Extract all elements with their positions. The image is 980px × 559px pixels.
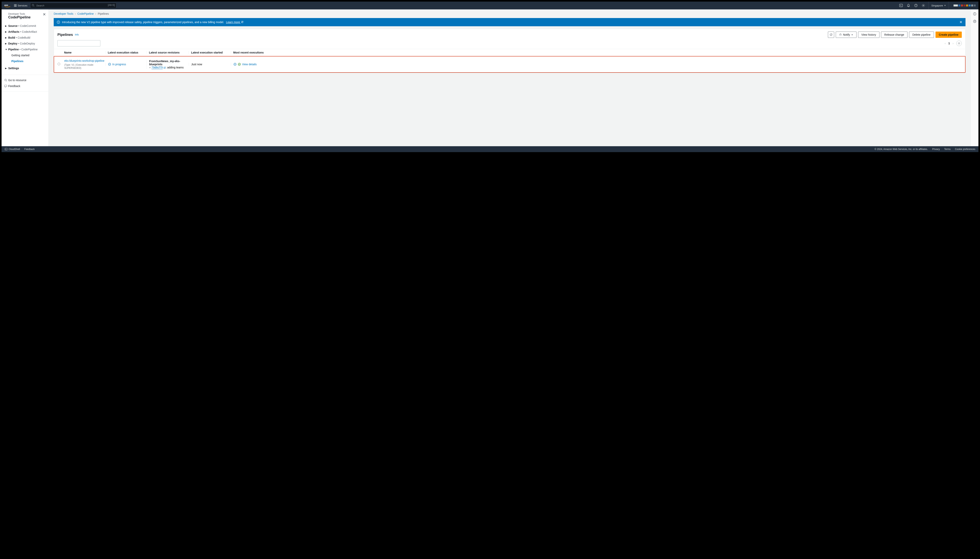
refresh-panel-icon[interactable] [973,20,977,23]
services-menu[interactable]: Services [14,4,27,7]
col-header-source[interactable]: Latest source revisions [146,51,188,54]
banner-learn-more-link[interactable]: Learn more [226,21,243,24]
svg-point-6 [923,5,924,6]
panel-header: Pipelines Info Notify ▼ View history Rel… [54,29,965,40]
source-revision: FromSunNews_my-eks-blueprints – 79d6cf79… [147,60,189,69]
sidebar-title: CodePipeline [8,15,45,20]
view-history-button[interactable]: View history [858,31,879,38]
svg-point-15 [959,43,959,44]
breadcrumb-link[interactable]: CodePipeline [78,12,94,15]
svg-line-8 [6,81,7,81]
help-panel-icon[interactable] [973,12,977,16]
page-number: 1 [949,42,950,45]
grid-icon [14,4,17,7]
prev-page-button[interactable]: ‹ [945,42,946,45]
notify-button[interactable]: Notify ▼ [836,31,856,38]
sidebar-item-settings[interactable]: ▶ Settings [2,65,48,71]
sidebar: Developer Tools CodePipeline ▶ Source • … [2,10,49,146]
banner-close-button[interactable]: ✕ [959,20,962,24]
svg-point-22 [975,13,975,13]
pagination: ‹ 1 › [945,42,954,45]
svg-rect-23 [975,14,975,15]
bell-icon [839,33,842,36]
commit-link[interactable]: 79d6cf79 [152,66,163,69]
info-banner: Introducing the new V2 pipeline type wit… [54,18,965,26]
row-select-radio[interactable] [58,63,60,65]
caret-right-icon: ▶ [5,42,7,45]
sidebar-item-source[interactable]: ▶ Source • CodeCommit [2,23,48,29]
refresh-button[interactable] [828,31,834,38]
svg-point-24 [973,20,976,23]
next-page-button[interactable]: › [953,42,954,45]
svg-line-2 [33,6,34,7]
release-change-button[interactable]: Release change [881,31,907,38]
right-rail [970,10,978,146]
sidebar-sub-getting-started[interactable]: Getting started [2,52,48,58]
status-badge: In progress [108,63,147,66]
privacy-link[interactable]: Privacy [932,148,940,150]
in-progress-icon [108,63,111,66]
notifications-icon[interactable] [906,4,911,7]
settings-icon[interactable] [921,4,926,7]
svg-rect-9 [5,85,7,87]
table-row: eks-blueprints-workshop-pipeline (Type: … [54,56,965,72]
search-icon [4,79,7,81]
external-link-icon [164,67,165,69]
close-sidebar-button[interactable] [43,13,46,16]
chevron-down-icon: ▼ [944,5,946,7]
region-label: Singapore [931,4,943,7]
pipeline-meta: (Type: V1 | Execution mode: SUPERSEDED) [64,63,94,69]
sidebar-item-pipeline[interactable]: ▼ Pipeline • CodePipeline [2,46,48,52]
chevron-right-icon: › [75,12,76,15]
search-shortcut: [Alt+S] [108,4,115,7]
sidebar-sub-pipelines[interactable]: Pipelines [2,58,48,64]
info-icon [57,21,60,24]
sidebar-item-artifacts[interactable]: ▶ Artifacts • CodeArtifact [2,29,48,35]
cloudshell-icon[interactable] [899,4,903,7]
filter-input[interactable] [58,40,100,46]
create-pipeline-button[interactable]: Create pipeline [935,31,962,38]
help-icon[interactable]: ? [914,4,918,7]
bottombar: CloudShell Feedback © 2024, Amazon Web S… [2,146,978,152]
delete-pipeline-button[interactable]: Delete pipeline [909,31,934,38]
success-icon [238,63,241,66]
caret-right-icon: ▶ [5,31,7,33]
sidebar-item-deploy[interactable]: ▶ Deploy • CodeDeploy [2,41,48,46]
col-header-name[interactable]: Name [64,51,105,54]
go-to-resource[interactable]: Go to resource [2,77,48,83]
chevron-right-icon: › [95,12,96,15]
sidebar-item-build[interactable]: ▶ Build • CodeBuild [2,35,48,41]
svg-point-1 [32,4,34,6]
view-details-link[interactable]: View details [242,63,256,66]
banner-text: Introducing the new V2 pipeline type wit… [62,21,224,24]
chevron-down-icon: ▼ [851,34,853,36]
svg-point-11 [58,22,59,22]
cloudshell-button[interactable]: CloudShell [5,148,20,150]
pipeline-name-link[interactable]: eks-blueprints-workshop-pipeline [64,59,106,62]
col-header-status[interactable]: Latest execution status [105,51,146,54]
aws-logo[interactable]: aws [4,3,12,7]
feedback-link-bottom[interactable]: Feedback [24,148,35,150]
caret-right-icon: ▶ [5,36,7,39]
pipelines-panel: Pipelines Info Notify ▼ View history Rel… [54,29,965,73]
info-link[interactable]: Info [75,33,79,36]
search-input[interactable] [30,3,116,8]
col-header-started[interactable]: Latest execution started [188,51,231,54]
stopped-icon [233,63,236,66]
svg-point-7 [5,79,7,81]
account-swatches[interactable] [952,5,976,7]
external-link-icon [241,21,243,23]
feedback-link[interactable]: Feedback [2,83,48,89]
region-selector[interactable]: Singapore ▼ [929,2,949,10]
table-settings-button[interactable] [956,41,962,46]
breadcrumb-link[interactable]: Developer Tools [54,12,73,15]
table-header: Name Latest execution status Latest sour… [54,49,965,56]
caret-right-icon: ▶ [5,25,7,27]
cookie-preferences-link[interactable]: Cookie preferences [955,148,975,150]
col-header-recent[interactable]: Most recent executions [231,51,962,54]
svg-text:?: ? [916,5,917,7]
services-label: Services [18,4,27,7]
terms-link[interactable]: Terms [944,148,950,150]
sidebar-supertitle: Developer Tools [8,13,45,15]
breadcrumb: Developer Tools › CodePipeline › Pipelin… [49,10,970,15]
